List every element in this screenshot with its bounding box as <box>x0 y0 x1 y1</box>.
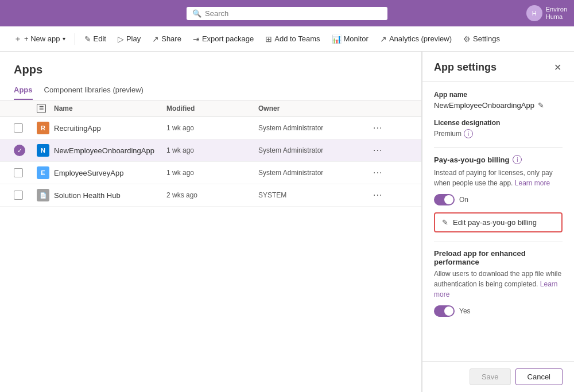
row-modified-1: 1 wk ago <box>166 124 258 132</box>
row-modified-4: 2 wks ago <box>166 191 258 199</box>
preload-section: Preload app for enhanced performance All… <box>434 249 563 317</box>
billing-title: Pay-as-you-go billing <box>434 156 509 164</box>
app-icon-3: E <box>37 166 54 179</box>
content-area: Apps Apps Component libraries (preview) … <box>0 52 422 392</box>
analytics-icon: ↗ <box>380 34 387 44</box>
settings-button[interactable]: ⚙ Settings <box>459 32 505 46</box>
table-row[interactable]: R RecruitingApp 1 wk ago System Administ… <box>0 117 421 139</box>
col-name: Name <box>54 104 166 112</box>
row-more-1[interactable]: ··· <box>373 123 408 133</box>
edit-billing-pencil-icon: ✎ <box>442 218 448 227</box>
plus-icon: ＋ <box>14 34 22 44</box>
search-input[interactable] <box>205 9 382 18</box>
avatar: H <box>526 5 542 21</box>
save-button[interactable]: Save <box>470 368 511 385</box>
selected-indicator-2: ✓ <box>14 145 25 156</box>
row-checkbox-2[interactable]: ✓ <box>14 145 37 156</box>
preload-toggle-row: Yes <box>434 305 563 317</box>
app-name-2: NewEmployeeOnboardingApp <box>54 146 166 155</box>
tab-apps[interactable]: Apps <box>14 81 33 100</box>
content-header: Apps <box>0 52 421 81</box>
row-more-3[interactable]: ··· <box>373 168 408 178</box>
license-value: Premium i <box>434 129 563 138</box>
edit-app-name-icon[interactable]: ✎ <box>538 101 544 110</box>
table-row[interactable]: E EmployeeSurveyApp 1 wk ago System Admi… <box>0 162 421 184</box>
toolbar-divider-1 <box>75 33 75 45</box>
checkbox-4[interactable] <box>14 191 23 200</box>
search-icon: 🔍 <box>192 9 201 18</box>
panel-body: App name NewEmployeeOnboardingApp ✎ Lice… <box>422 81 574 361</box>
row-checkbox-4[interactable] <box>14 191 37 200</box>
panel-close-button[interactable]: ✕ <box>553 61 563 74</box>
col-modified: Modified <box>166 104 258 112</box>
play-button[interactable]: ▷ Play <box>113 32 145 46</box>
app-name-3: EmployeeSurveyApp <box>54 169 166 177</box>
checkbox-1[interactable] <box>14 123 23 133</box>
gear-icon: ⚙ <box>463 34 471 44</box>
app-icon-4: 📄 <box>37 189 54 201</box>
preload-desc: Allow users to download the app file whi… <box>434 269 563 300</box>
billing-toggle-row: On <box>434 194 563 205</box>
checkbox-3[interactable] <box>14 168 23 177</box>
add-to-teams-button[interactable]: ⊞ Add to Teams <box>261 32 324 46</box>
tab-component-libraries[interactable]: Component libraries (preview) <box>44 81 144 100</box>
row-modified-2: 1 wk ago <box>166 146 258 154</box>
share-button[interactable]: ↗ Share <box>148 32 186 46</box>
row-more-4[interactable]: ··· <box>373 190 408 200</box>
billing-section: Pay-as-you-go billing i Instead of payin… <box>434 155 563 232</box>
export-package-button[interactable]: ⇥ Export package <box>188 32 258 46</box>
billing-header: Pay-as-you-go billing i <box>434 155 563 164</box>
play-icon: ▷ <box>118 34 124 44</box>
col-owner: Owner <box>258 104 373 112</box>
row-more-2[interactable]: ··· <box>373 145 408 156</box>
divider-2 <box>434 242 563 242</box>
chevron-down-icon: ▾ <box>63 36 65 42</box>
billing-toggle-label: On <box>459 196 468 204</box>
edit-billing-box[interactable]: ✎ Edit pay-as-you-go billing <box>434 212 563 232</box>
search-box[interactable]: 🔍 <box>187 7 387 20</box>
edit-button[interactable]: ✎ Edit <box>80 32 111 46</box>
billing-learn-more-link[interactable]: Learn more <box>515 179 550 187</box>
analytics-button[interactable]: ↗ Analytics (preview) <box>375 32 456 46</box>
preload-toggle[interactable] <box>434 305 455 317</box>
row-checkbox-3[interactable] <box>14 168 37 177</box>
row-owner-2: System Administrator <box>258 146 373 154</box>
edit-icon: ✎ <box>84 34 91 44</box>
app-name-4: Solution Health Hub <box>54 191 166 200</box>
panel-header: App settings ✕ <box>422 52 574 81</box>
app-icon-2: N <box>37 144 54 157</box>
edit-billing-label: Edit pay-as-you-go billing <box>453 218 537 227</box>
preload-toggle-label: Yes <box>459 307 471 315</box>
billing-info-icon[interactable]: i <box>513 155 522 164</box>
app-name-section: App name NewEmployeeOnboardingApp ✎ <box>434 91 563 110</box>
main-layout: Apps Apps Component libraries (preview) … <box>0 52 574 392</box>
apps-table: ☰ Name Modified Owner R RecruitingApp 1 … <box>0 100 421 207</box>
billing-toggle[interactable] <box>434 194 455 205</box>
table-header: ☰ Name Modified Owner <box>0 100 421 117</box>
license-section: License designation Premium i <box>434 119 563 138</box>
share-icon: ↗ <box>152 34 159 44</box>
page-title: Apps <box>14 63 408 76</box>
cancel-button[interactable]: Cancel <box>515 368 563 385</box>
table-row[interactable]: ✓ N NewEmployeeOnboardingApp 1 wk ago Sy… <box>0 139 421 162</box>
license-label: License designation <box>434 119 563 127</box>
toolbar: ＋ + New app ▾ ✎ Edit ▷ Play ↗ Share ⇥ Ex… <box>0 26 574 52</box>
new-app-button[interactable]: ＋ + New app ▾ <box>9 31 70 47</box>
panel-footer: Save Cancel <box>422 361 574 392</box>
row-owner-4: SYSTEM <box>258 191 373 199</box>
top-bar: 🔍 H Environ Huma <box>0 0 574 26</box>
row-owner-1: System Administrator <box>258 124 373 132</box>
monitor-icon: 📊 <box>332 34 342 44</box>
table-row[interactable]: 📄 Solution Health Hub 2 wks ago SYSTEM ·… <box>0 184 421 207</box>
user-info: H Environ Huma <box>526 5 567 21</box>
row-modified-3: 1 wk ago <box>166 169 258 177</box>
row-checkbox-1[interactable] <box>14 123 37 133</box>
app-name-label: App name <box>434 91 563 99</box>
col-icon: ☰ <box>37 104 54 113</box>
license-info-icon[interactable]: i <box>464 129 473 138</box>
monitor-button[interactable]: 📊 Monitor <box>327 32 373 46</box>
row-owner-3: System Administrator <box>258 169 373 177</box>
teams-icon: ⊞ <box>265 34 272 44</box>
app-name-1: RecruitingApp <box>54 124 166 133</box>
app-icon-1: R <box>37 122 54 134</box>
